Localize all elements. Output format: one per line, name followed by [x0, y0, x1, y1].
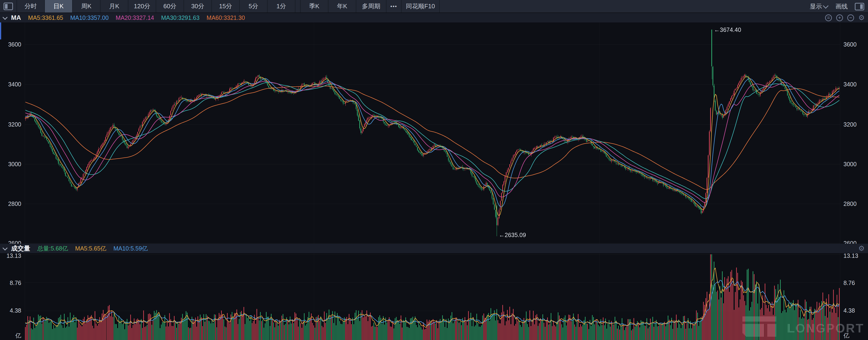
indicator-settings-icon[interactable]: ⚙ — [858, 14, 865, 21]
more-periods-button[interactable]: ••• — [386, 0, 402, 12]
tab-15min[interactable]: 15分 — [212, 0, 240, 12]
display-menu-label: 显示 — [810, 2, 822, 10]
tab-1min[interactable]: 1分 — [268, 0, 296, 12]
volume-ma5-value: MA5:5.65亿 — [75, 245, 106, 252]
left-edge-accent — [0, 22, 1, 39]
period-toolbar: 分时 日K 周K 月K 120分 60分 30分 15分 5分 1分 季K 年K… — [0, 0, 868, 13]
low-annotation: ←2635.09 — [499, 232, 526, 238]
volume-indicator-header: 成交量 总量:5.68亿 MA5:5.65亿 MA10:5.59亿 ⚙ — [0, 244, 868, 253]
ma-title: MA — [11, 14, 21, 22]
tab-multi-period[interactable]: 多周期 — [356, 0, 386, 12]
tab-quarter-k[interactable]: 季K — [301, 0, 329, 12]
collapse-chevron-icon — [3, 15, 7, 20]
tab-timeshare[interactable]: 分时 — [17, 0, 45, 12]
volume-collapse-toggle[interactable]: 成交量 — [4, 244, 30, 253]
ma20-value: MA20:3327.14 — [116, 15, 154, 21]
tab-30min[interactable]: 30分 — [184, 0, 212, 12]
collapse-chevron-icon — [3, 245, 7, 250]
tab-week-k[interactable]: 周K — [73, 0, 100, 12]
tab-5min[interactable]: 5分 — [240, 0, 268, 12]
tab-60min[interactable]: 60分 — [156, 0, 184, 12]
left-panel-toggle-button[interactable] — [0, 0, 17, 12]
collapse-panels-icon[interactable]: = — [825, 15, 832, 21]
display-menu-button[interactable]: 显示 — [810, 2, 828, 10]
ma30-value: MA30:3291.63 — [161, 15, 199, 21]
draw-line-label: 画线 — [835, 2, 848, 10]
draw-line-button[interactable]: 画线 — [835, 2, 848, 10]
volume-settings-icon[interactable]: ⚙ — [858, 245, 865, 252]
tab-120min[interactable]: 120分 — [128, 0, 156, 12]
tab-day-k[interactable]: 日K — [45, 0, 73, 12]
ma60-value: MA60:3321.30 — [207, 15, 245, 21]
panel-left-icon — [4, 3, 13, 10]
volume-ma10-value: MA10:5.59亿 — [114, 245, 148, 252]
volume-total-value: 总量:5.68亿 — [37, 245, 68, 252]
volume-chart[interactable] — [0, 253, 868, 340]
zoom-in-icon[interactable]: + — [836, 15, 843, 21]
high-annotation: ←3674.40 — [714, 26, 741, 33]
ma10-value: MA10:3357.00 — [70, 15, 109, 21]
ma-indicator-header: MA MA5:3361.65 MA10:3357.00 MA20:3327.14… — [0, 13, 868, 22]
tab-year-k[interactable]: 年K — [329, 0, 356, 12]
candlestick-chart[interactable] — [0, 22, 868, 244]
zoom-out-icon[interactable]: − — [847, 15, 854, 21]
right-panel-toggle-button[interactable] — [855, 3, 864, 10]
tab-month-k[interactable]: 月K — [100, 0, 128, 12]
ma-collapse-toggle[interactable]: MA — [4, 14, 21, 22]
chevron-down-icon — [823, 3, 829, 9]
trading-chart-window: 分时 日K 周K 月K 120分 60分 30分 15分 5分 1分 季K 年K… — [0, 0, 868, 340]
toolbar-divider — [296, 0, 301, 12]
volume-title: 成交量 — [11, 244, 30, 253]
ma5-value: MA5:3361.65 — [28, 15, 63, 21]
tab-ths-f10[interactable]: 同花顺F10 — [402, 0, 440, 12]
